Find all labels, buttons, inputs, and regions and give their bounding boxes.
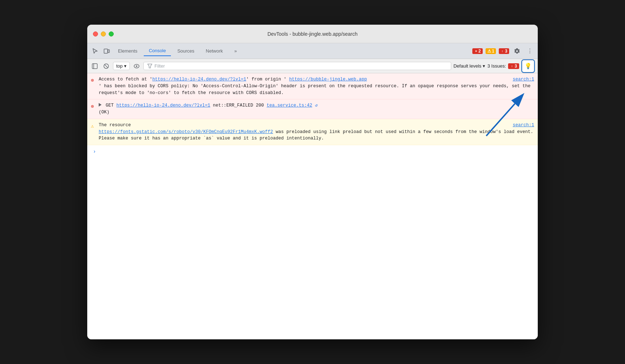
log-level-arrow: ▾	[483, 63, 485, 69]
title-bar: DevTools - bubble-jingle.web.app/search	[87, 25, 538, 43]
issue-badge[interactable]: ! 3	[499, 48, 509, 54]
error2-ok: (OK)	[99, 110, 109, 115]
error-badge-group: ✕ 2	[472, 48, 483, 54]
svg-point-11	[136, 65, 137, 67]
console-error-row-2: ⊗ GET https://hello-io-24.deno.dev/?lvl=…	[87, 99, 538, 119]
issues-count-badge: ! 3	[508, 63, 519, 69]
tab-network[interactable]: Network	[201, 46, 228, 56]
traffic-lights	[93, 31, 114, 36]
tab-console[interactable]: Console	[144, 46, 171, 56]
log-level-selector[interactable]: Default levels ▾	[453, 63, 485, 69]
device-icon[interactable]	[102, 46, 112, 56]
clear-console-icon[interactable]	[102, 62, 111, 71]
error1-origin-url[interactable]: https://bubble-jingle.web.app	[289, 77, 367, 82]
error2-resend-icon[interactable]: ↺	[315, 103, 318, 108]
expand-arrow-icon[interactable]	[99, 103, 102, 107]
issue-badge-group: ! 3	[499, 48, 509, 54]
error-icon-2: ⊗	[91, 103, 94, 110]
svg-rect-0	[104, 49, 108, 53]
live-expressions-icon[interactable]	[132, 62, 141, 71]
error1-body: ' has been blocked by CORS policy: No 'A…	[99, 84, 531, 95]
filter-placeholder: Filter	[154, 63, 165, 69]
svg-line-9	[105, 65, 108, 68]
devtools-tab-bar: Elements Console Sources Network » ✕ 2 ⚠…	[87, 43, 538, 59]
filter-input[interactable]: Filter	[143, 62, 451, 70]
more-options-icon[interactable]: ⋮	[525, 46, 535, 56]
warn1-intro: The resource	[99, 123, 131, 128]
warn-badge-group: ⚠ 1	[486, 48, 496, 54]
console-content: ⊗ Access to fetch at 'https://hello-io-2…	[87, 73, 538, 339]
error2-url[interactable]: https://hello-io-24.deno.dev/?lvl=1	[117, 103, 211, 108]
console-error-row-1: ⊗ Access to fetch at 'https://hello-io-2…	[87, 73, 538, 99]
prompt-arrow-icon: ›	[93, 148, 96, 156]
issues-label: 3 Issues:	[487, 63, 506, 69]
settings-icon[interactable]	[512, 46, 522, 56]
warn-icon-1: ⚠	[91, 123, 94, 130]
svg-text:!: !	[512, 65, 512, 68]
error-icon-1: ⊗	[91, 77, 94, 84]
console-toolbar: top ▾ Filter Default levels ▾ 3 Issues: …	[87, 59, 538, 73]
issues-counter[interactable]: 3 Issues: ! 3	[487, 63, 519, 69]
error2-status: net::ERR_FAILED 200	[213, 103, 267, 108]
warn1-font-url[interactable]: https://fonts.gstatic.com/s/roboto/v30/K…	[99, 129, 273, 134]
svg-text:✕: ✕	[474, 50, 477, 53]
ai-assistance-button[interactable]: 💡	[523, 61, 533, 72]
tab-right-controls: ✕ 2 ⚠ 1 ! 3 ⋮	[472, 46, 535, 56]
svg-rect-6	[92, 64, 97, 69]
svg-text:!: !	[502, 50, 503, 53]
error-badge[interactable]: ✕ 2	[472, 48, 483, 54]
cursor-icon[interactable]	[90, 46, 100, 56]
highlight-area: 💡	[521, 59, 535, 73]
window-title: DevTools - bubble-jingle.web.app/search	[267, 31, 358, 37]
devtools-window: DevTools - bubble-jingle.web.app/search …	[87, 25, 538, 339]
console-warn-row-1: ⚠ The resource search:1 https://fonts.gs…	[87, 119, 538, 145]
svg-marker-12	[148, 64, 152, 68]
tab-sources[interactable]: Sources	[172, 46, 200, 56]
context-selector[interactable]: top ▾	[113, 62, 130, 70]
error1-text-before: Access to fetch at '	[99, 77, 152, 82]
tab-elements[interactable]: Elements	[113, 46, 142, 56]
tab-more[interactable]: »	[229, 46, 242, 56]
lightbulb-highlight: 💡	[521, 59, 535, 73]
warn-badge[interactable]: ⚠ 1	[486, 48, 496, 54]
console-prompt[interactable]: ›	[87, 145, 538, 158]
warn1-source[interactable]: search:1	[513, 122, 534, 129]
sidebar-toggle-icon[interactable]	[90, 62, 99, 71]
svg-rect-1	[108, 50, 109, 53]
log-level-label: Default levels	[453, 63, 481, 69]
close-button[interactable]	[93, 31, 98, 36]
error1-source[interactable]: search:1	[513, 76, 534, 83]
error2-source[interactable]: tea.service.ts:42	[267, 103, 312, 108]
error1-text-after: ' from origin '	[246, 77, 287, 82]
error2-method: GET	[106, 103, 117, 108]
dropdown-arrow: ▾	[124, 63, 127, 69]
minimize-button[interactable]	[101, 31, 106, 36]
context-label: top	[116, 63, 123, 69]
maximize-button[interactable]	[109, 31, 114, 36]
error1-fetch-url[interactable]: https://hello-io-24.deno.dev/?lvl=1	[152, 77, 246, 82]
